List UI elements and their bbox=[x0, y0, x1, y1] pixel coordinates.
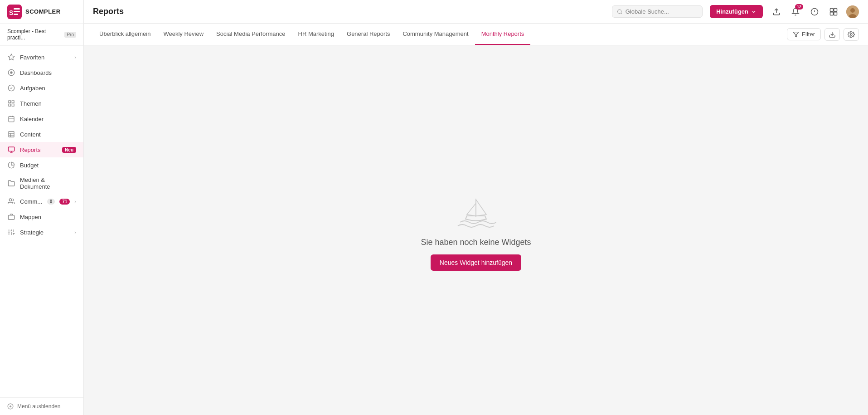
upload-icon-button[interactable] bbox=[770, 5, 783, 18]
avatar-image bbox=[846, 5, 859, 18]
settings-button[interactable] bbox=[844, 28, 859, 41]
export-icon bbox=[829, 31, 836, 38]
workspace-row[interactable]: Scompler - Best practi... Pro bbox=[0, 24, 83, 46]
sidebar-item-label: Budget bbox=[20, 162, 76, 169]
sidebar-item-label: Reports bbox=[20, 146, 58, 153]
tab-monthly[interactable]: Monthly Reports bbox=[475, 24, 531, 45]
pie-chart-icon bbox=[7, 161, 15, 169]
search-box[interactable] bbox=[612, 5, 703, 18]
sidebar-item-content[interactable]: Content bbox=[0, 127, 83, 142]
scompler-logo: S bbox=[7, 5, 22, 19]
svg-rect-17 bbox=[9, 132, 14, 137]
svg-rect-13 bbox=[9, 117, 14, 122]
tab-weekly[interactable]: Weekly Review bbox=[157, 24, 210, 45]
add-button[interactable]: Hinzufügen bbox=[710, 5, 763, 18]
search-input[interactable] bbox=[626, 8, 698, 15]
sidebar-item-label: Comm... bbox=[20, 198, 43, 205]
hide-menu-icon bbox=[7, 403, 14, 410]
page-title: Reports bbox=[93, 7, 124, 16]
logo-area: S SCOMPLER bbox=[0, 0, 83, 24]
filter-icon bbox=[793, 31, 799, 38]
filter-button[interactable]: Filter bbox=[787, 28, 821, 40]
export-button[interactable] bbox=[824, 28, 840, 41]
sidebar-item-favoriten[interactable]: Favoriten › bbox=[0, 49, 83, 65]
sidebar-item-label: Themen bbox=[20, 100, 76, 107]
pro-badge: Pro bbox=[64, 32, 76, 38]
apps-button[interactable] bbox=[827, 5, 840, 18]
tabs: Überblick allgemein Weekly Review Social… bbox=[93, 24, 530, 45]
hide-menu-label: Menü ausblenden bbox=[17, 403, 60, 410]
svg-rect-2 bbox=[14, 8, 20, 10]
folder-icon bbox=[7, 179, 15, 187]
avatar[interactable] bbox=[846, 5, 859, 18]
sidebar-item-dashboards[interactable]: Dashboards bbox=[0, 65, 83, 80]
sidebar-item-label: Strategie bbox=[20, 229, 70, 236]
info-button[interactable] bbox=[808, 5, 821, 18]
svg-text:S: S bbox=[9, 9, 13, 16]
topbar-icons: 12 bbox=[770, 5, 859, 18]
sidebar-item-comm[interactable]: Comm... 0 71 › bbox=[0, 194, 83, 209]
notification-bell-button[interactable]: 12 bbox=[789, 5, 802, 18]
chevron-down-icon bbox=[751, 9, 756, 15]
svg-marker-5 bbox=[8, 54, 14, 60]
apps-icon bbox=[829, 8, 838, 16]
sidebar-item-aufgaben[interactable]: Aufgaben bbox=[0, 80, 83, 96]
svg-rect-11 bbox=[9, 104, 11, 106]
circle-dot-icon bbox=[7, 68, 15, 77]
add-widget-button[interactable]: Neues Widget hinzufügen bbox=[431, 254, 521, 271]
tab-actions: Filter bbox=[787, 28, 859, 41]
tab-hr[interactable]: HR Marketing bbox=[292, 24, 340, 45]
empty-state-illustration bbox=[456, 190, 496, 230]
workspace-name: Scompler - Best practi... bbox=[7, 28, 62, 41]
svg-rect-46 bbox=[830, 12, 834, 15]
calendar-icon bbox=[7, 115, 15, 123]
topbar: Reports Hinzufügen 12 bbox=[84, 0, 868, 24]
tab-social[interactable]: Social Media Performance bbox=[210, 24, 291, 45]
info-icon bbox=[810, 8, 819, 16]
sidebar: S SCOMPLER Scompler - Best practi... Pro… bbox=[0, 0, 84, 415]
sidebar-item-mappen[interactable]: Mappen bbox=[0, 209, 83, 225]
tab-general[interactable]: General Reports bbox=[340, 24, 396, 45]
sidebar-item-label: Kalender bbox=[20, 116, 76, 122]
chevron-right-icon: › bbox=[74, 229, 76, 235]
sidebar-item-label: Medien & Dokumente bbox=[20, 176, 76, 190]
comm-badge-zero: 0 bbox=[47, 199, 55, 205]
svg-line-39 bbox=[621, 13, 622, 14]
svg-point-49 bbox=[850, 8, 855, 13]
content-area: Sie haben noch keine Widgets Neues Widge… bbox=[84, 45, 868, 415]
monitor-icon bbox=[7, 146, 15, 154]
chevron-right-icon: › bbox=[74, 54, 76, 60]
svg-point-53 bbox=[850, 34, 852, 35]
briefcase-icon bbox=[7, 213, 15, 221]
svg-rect-47 bbox=[834, 12, 837, 15]
check-circle-icon bbox=[7, 84, 15, 92]
add-button-label: Hinzufügen bbox=[716, 8, 748, 15]
svg-rect-10 bbox=[12, 101, 14, 103]
svg-rect-25 bbox=[8, 215, 14, 220]
svg-point-24 bbox=[9, 199, 11, 201]
sidebar-item-label: Content bbox=[20, 131, 76, 138]
star-icon bbox=[7, 53, 15, 61]
tab-community[interactable]: Community Management bbox=[396, 24, 475, 45]
sidebar-item-label: Favoriten bbox=[20, 54, 70, 61]
sidebar-item-reports[interactable]: Reports Neu bbox=[0, 142, 83, 157]
grid-icon bbox=[7, 99, 15, 107]
sidebar-item-budget[interactable]: Budget bbox=[0, 157, 83, 173]
svg-rect-12 bbox=[12, 104, 14, 106]
sidebar-item-medien[interactable]: Medien & Dokumente bbox=[0, 173, 83, 194]
svg-point-38 bbox=[618, 10, 621, 13]
empty-state: Sie haben noch keine Widgets Neues Widge… bbox=[421, 190, 531, 271]
filter-label: Filter bbox=[802, 31, 815, 38]
sidebar-item-kalender[interactable]: Kalender bbox=[0, 111, 83, 127]
tab-uberblick[interactable]: Überblick allgemein bbox=[93, 24, 157, 45]
svg-point-7 bbox=[10, 72, 12, 73]
svg-marker-51 bbox=[793, 32, 799, 37]
svg-rect-4 bbox=[14, 14, 18, 15]
comm-badge-count: 71 bbox=[59, 199, 70, 205]
settings-icon bbox=[848, 31, 855, 38]
sidebar-item-themen[interactable]: Themen bbox=[0, 96, 83, 111]
hide-menu-button[interactable]: Menü ausblenden bbox=[0, 397, 83, 415]
sidebar-item-label: Dashboards bbox=[20, 69, 76, 76]
sidebar-item-strategie[interactable]: Strategie › bbox=[0, 225, 83, 240]
sidebar-item-label: Aufgaben bbox=[20, 85, 76, 92]
